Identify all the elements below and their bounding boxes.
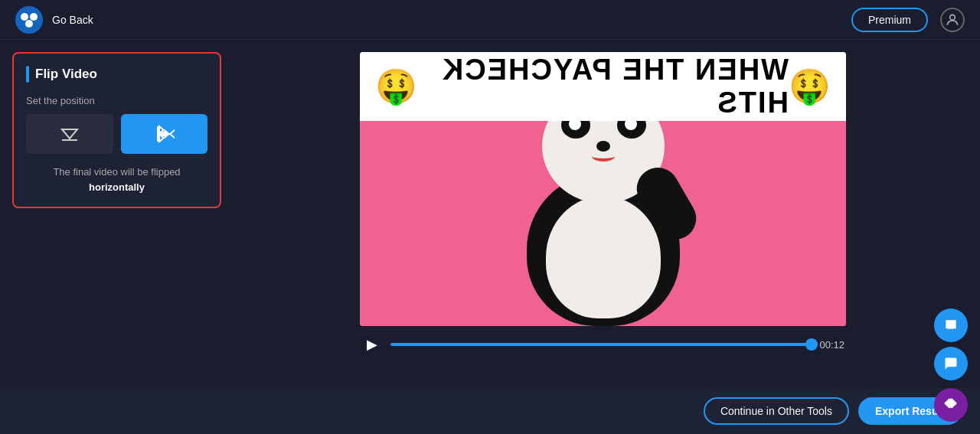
panda-mouth <box>592 151 615 162</box>
ai-brain-bubble[interactable] <box>934 388 968 422</box>
header-right: Premium <box>851 8 965 32</box>
emoji-left: 🤑 <box>375 67 417 106</box>
panel-title-row: Flip Video <box>26 66 207 83</box>
video-controls: ▶ 00:12 <box>360 334 846 355</box>
header: Go Back Premium <box>0 0 980 40</box>
flip-vertical-icon <box>59 123 80 145</box>
flip-horizontal-button[interactable] <box>121 114 208 154</box>
brain-icon <box>943 397 959 413</box>
play-button[interactable]: ▶ <box>361 334 383 355</box>
book-icon <box>943 318 959 333</box>
go-back-link[interactable]: Go Back <box>52 14 93 26</box>
sidebar: Flip Video Set the position <box>0 40 234 388</box>
flip-panel: Flip Video Set the position <box>12 52 221 208</box>
time-display: 00:12 <box>819 339 844 351</box>
panel-title: Flip Video <box>35 67 97 82</box>
bottom-bar: Continue in Other Tools Export Result <box>0 388 980 434</box>
video-banner: 🤑 WHEN THE PAYCHECK HITS 🤑 <box>360 52 846 121</box>
header-left: Go Back <box>15 6 93 34</box>
panda-area <box>360 121 846 326</box>
continue-button[interactable]: Continue in Other Tools <box>704 397 849 425</box>
progress-track[interactable] <box>390 343 812 346</box>
chat-bubble[interactable] <box>934 347 968 380</box>
emoji-right: 🤑 <box>789 67 831 106</box>
video-area: 🤑 WHEN THE PAYCHECK HITS 🤑 <box>234 40 980 388</box>
flip-vertical-button[interactable] <box>26 114 113 154</box>
panda-body-white <box>546 196 661 318</box>
flip-description: The final video will be flipped horizont… <box>26 165 207 194</box>
user-avatar[interactable] <box>940 8 965 32</box>
panda-nose <box>596 141 610 152</box>
set-position-label: Set the position <box>26 95 207 106</box>
help-book-bubble[interactable] <box>934 308 968 342</box>
premium-button[interactable]: Premium <box>851 8 928 32</box>
main-content: Flip Video Set the position <box>0 40 980 388</box>
svg-point-2 <box>30 13 38 21</box>
svg-marker-9 <box>170 126 175 142</box>
svg-point-1 <box>21 13 28 21</box>
flip-horizontal-icon <box>153 123 175 145</box>
svg-point-4 <box>950 15 956 20</box>
flip-buttons <box>26 114 207 154</box>
chat-icon <box>943 356 959 371</box>
panda-figure <box>488 121 718 326</box>
app-logo <box>15 6 43 34</box>
progress-thumb <box>805 338 818 351</box>
svg-point-3 <box>25 20 33 28</box>
svg-marker-5 <box>62 129 77 139</box>
video-frame: 🤑 WHEN THE PAYCHECK HITS 🤑 <box>360 52 846 326</box>
flip-description-bold: horizontally <box>89 181 145 193</box>
video-container: 🤑 WHEN THE PAYCHECK HITS 🤑 <box>360 52 846 355</box>
banner-text: WHEN THE PAYCHECK HITS <box>417 54 789 119</box>
panel-accent-bar <box>26 66 29 83</box>
